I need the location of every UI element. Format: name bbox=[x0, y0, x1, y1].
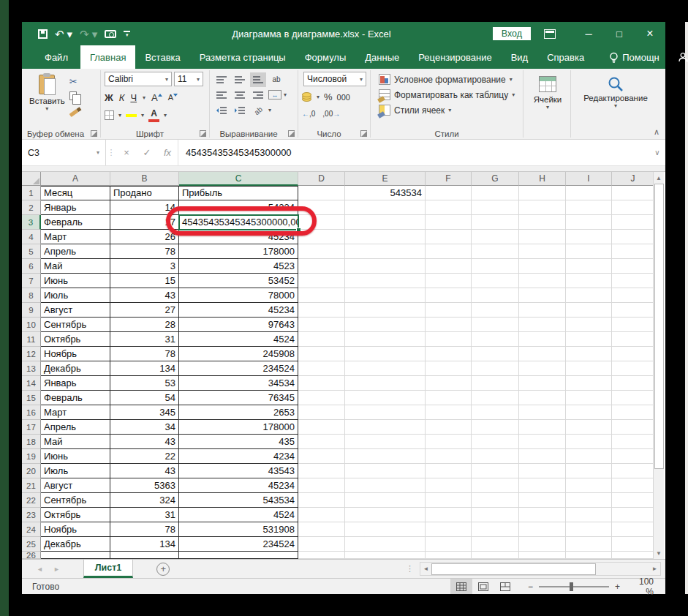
format-painter-button[interactable] bbox=[69, 105, 81, 116]
cell-H10[interactable] bbox=[519, 318, 566, 332]
cell-A11[interactable]: Октябрь bbox=[41, 332, 110, 347]
cell-I7[interactable] bbox=[566, 274, 612, 288]
cell-H4[interactable] bbox=[519, 230, 566, 244]
cell-D13[interactable] bbox=[298, 361, 345, 376]
ribbon-display-options-icon[interactable] bbox=[544, 29, 556, 39]
cell-A18[interactable]: Май bbox=[41, 435, 110, 449]
cell-D21[interactable] bbox=[298, 478, 345, 493]
cell-I6[interactable] bbox=[566, 259, 612, 274]
undo-button[interactable]: ↶ bbox=[55, 29, 64, 40]
row-header[interactable]: 15 bbox=[22, 391, 41, 405]
cell-E13[interactable] bbox=[345, 361, 426, 376]
cell-H26[interactable] bbox=[519, 552, 566, 559]
scroll-down-icon[interactable]: ▼ bbox=[656, 547, 662, 559]
increase-decimal-button[interactable]: ←,0 bbox=[302, 110, 315, 118]
cell-J15[interactable] bbox=[612, 391, 654, 405]
cell-C4[interactable]: 45234 bbox=[179, 230, 298, 244]
copy-button[interactable]: ▾ bbox=[69, 90, 81, 102]
cell-B11[interactable]: 31 bbox=[110, 332, 179, 347]
cell-F22[interactable] bbox=[426, 493, 472, 508]
cell-F1[interactable] bbox=[426, 186, 472, 200]
ribbon-tab[interactable]: Данные bbox=[355, 45, 409, 69]
cell-B21[interactable]: 5363 bbox=[110, 478, 179, 493]
cell-D7[interactable] bbox=[298, 274, 345, 288]
column-header-G[interactable]: G bbox=[472, 172, 519, 186]
cell-D18[interactable] bbox=[298, 435, 345, 449]
cell-A23[interactable]: Октябрь bbox=[41, 508, 110, 522]
collapse-ribbon-button[interactable]: ∧ bbox=[654, 127, 659, 137]
ribbon-tab[interactable]: Вставка bbox=[135, 45, 189, 69]
row-header[interactable]: 11 bbox=[22, 332, 41, 347]
cell-E6[interactable] bbox=[345, 259, 426, 274]
cell-E18[interactable] bbox=[345, 435, 426, 449]
cell-E12[interactable] bbox=[345, 347, 426, 361]
zoom-level[interactable]: 100 % bbox=[630, 576, 665, 597]
cell-F19[interactable] bbox=[426, 449, 472, 464]
ribbon-tab[interactable]: Файл bbox=[32, 45, 80, 69]
cell-E9[interactable] bbox=[345, 303, 426, 318]
cell-styles-button[interactable]: Стили ячеек ▾ bbox=[379, 102, 521, 118]
cell-F4[interactable] bbox=[426, 230, 472, 244]
row-header[interactable]: 24 bbox=[22, 522, 41, 537]
cell-J21[interactable] bbox=[612, 478, 654, 493]
cell-A9[interactable]: Август bbox=[41, 303, 110, 318]
align-middle-button[interactable] bbox=[232, 72, 248, 87]
number-format-combo[interactable]: Числовой ▾ bbox=[303, 72, 366, 86]
cell-H6[interactable] bbox=[519, 259, 566, 274]
cell-A22[interactable]: Сентябрь bbox=[41, 493, 110, 508]
cell-G25[interactable] bbox=[472, 537, 519, 552]
cell-D5[interactable] bbox=[298, 244, 345, 259]
column-header-E[interactable]: E bbox=[345, 172, 426, 186]
row-header[interactable]: 21 bbox=[22, 478, 41, 493]
cell-B14[interactable]: 53 bbox=[110, 376, 179, 391]
cell-J4[interactable] bbox=[612, 230, 654, 244]
cell-G16[interactable] bbox=[472, 405, 519, 420]
bold-button[interactable]: Ж bbox=[105, 92, 113, 103]
select-all-corner[interactable] bbox=[22, 172, 41, 186]
save-icon[interactable] bbox=[38, 29, 48, 39]
cell-C20[interactable]: 43543 bbox=[179, 464, 298, 478]
cell-C12[interactable]: 245908 bbox=[179, 347, 298, 361]
cell-A8[interactable]: Июль bbox=[41, 288, 110, 303]
cell-A26[interactable] bbox=[41, 552, 110, 559]
cell-A24[interactable]: Ноябрь bbox=[41, 522, 110, 537]
align-bottom-button[interactable] bbox=[250, 72, 266, 87]
clipboard-dialog-launcher[interactable] bbox=[91, 130, 97, 137]
column-header-D[interactable]: D bbox=[298, 172, 345, 186]
zoom-in-button[interactable]: + bbox=[615, 582, 620, 592]
cell-C18[interactable]: 435 bbox=[179, 435, 298, 449]
cell-H21[interactable] bbox=[519, 478, 566, 493]
cell-G15[interactable] bbox=[472, 391, 519, 405]
cell-D14[interactable] bbox=[298, 376, 345, 391]
cell-B1[interactable]: Продано bbox=[110, 186, 179, 200]
cell-D6[interactable] bbox=[298, 259, 345, 274]
number-dialog-launcher[interactable] bbox=[360, 130, 367, 137]
cell-G14[interactable] bbox=[472, 376, 519, 391]
cell-B7[interactable]: 15 bbox=[110, 274, 179, 288]
cell-I9[interactable] bbox=[566, 303, 612, 318]
font-name-combo[interactable]: Calibri ▾ bbox=[105, 72, 172, 86]
name-box[interactable]: C3 ▾ bbox=[22, 140, 106, 165]
cell-B9[interactable]: 27 bbox=[110, 303, 179, 318]
cell-D23[interactable] bbox=[298, 508, 345, 522]
cell-D8[interactable] bbox=[298, 288, 345, 303]
cell-E19[interactable] bbox=[345, 449, 426, 464]
cell-B24[interactable]: 78 bbox=[110, 522, 179, 537]
cell-I5[interactable] bbox=[566, 244, 612, 259]
cell-H15[interactable] bbox=[519, 391, 566, 405]
page-layout-view-button[interactable] bbox=[472, 579, 494, 594]
cell-B18[interactable]: 43 bbox=[110, 435, 179, 449]
zoom-slider-handle[interactable] bbox=[570, 582, 573, 591]
cell-G2[interactable] bbox=[472, 200, 519, 215]
cell-G19[interactable] bbox=[472, 449, 519, 464]
cell-A6[interactable]: Май bbox=[41, 259, 110, 274]
sheet-tab[interactable]: Лист1 bbox=[83, 560, 133, 578]
scroll-right-icon[interactable]: ► bbox=[649, 566, 660, 572]
cell-G11[interactable] bbox=[472, 332, 519, 347]
drag-handle-icon[interactable]: ⋮ bbox=[106, 140, 116, 165]
camera-icon[interactable] bbox=[105, 30, 116, 38]
horizontal-scroll-thumb[interactable] bbox=[431, 563, 596, 575]
cell-C25[interactable]: 234524 bbox=[179, 537, 298, 552]
cell-J9[interactable] bbox=[612, 303, 654, 318]
cell-J13[interactable] bbox=[612, 361, 654, 376]
